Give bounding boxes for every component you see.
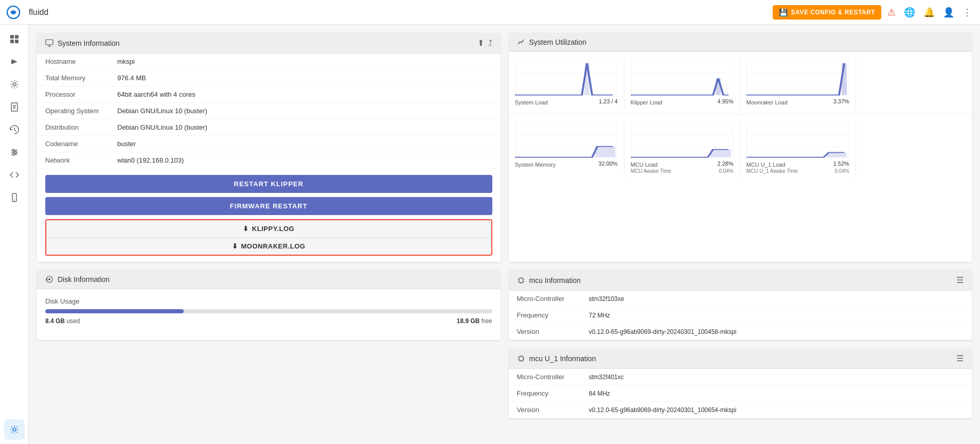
system-utilization-header: System Utilization bbox=[509, 33, 972, 52]
svg-point-15 bbox=[14, 151, 16, 153]
svg-rect-49 bbox=[46, 278, 48, 280]
mcu-u1-info-row: Versionv0.12.0-65-g96ab9069-dirty-202403… bbox=[509, 402, 972, 418]
util-mcu-values: MCU Load 2.28% MCU Awake Time 0.04% bbox=[631, 158, 734, 174]
disk-bar-fill bbox=[45, 309, 184, 313]
svg-rect-26 bbox=[584, 63, 590, 95]
util-cell-system-load: System Load 1.23 / 4 bbox=[509, 56, 625, 110]
system-info-actions: ⬆ ⤴ bbox=[477, 38, 492, 48]
mcu-u1-info-card: mcu U_1 Information ☰ Micro-Controllerst… bbox=[509, 348, 972, 418]
util-row-system-load: System Load 1.23 / 4 bbox=[515, 97, 618, 105]
mcu-info-card: mcu Information ☰ Micro-Controllerstm32f… bbox=[509, 270, 972, 340]
system-info-row: Operating SystemDebian GNU/Linux 10 (bus… bbox=[37, 103, 501, 119]
disk-free: 18.9 GB free bbox=[457, 317, 492, 325]
mcu-u1-info-title: mcu U_1 Information bbox=[529, 354, 596, 363]
system-info-row: Total Memory976.4 MB bbox=[37, 70, 501, 86]
util-row-moonraker-load: Moonraker Load 3.37% bbox=[746, 97, 849, 105]
notifications-button[interactable]: 🔔 bbox=[921, 5, 937, 20]
svg-rect-3 bbox=[10, 40, 14, 43]
util-cell-empty2 bbox=[856, 118, 972, 178]
svg-rect-2 bbox=[15, 35, 19, 39]
mcu-info-row: Frequency72 MHz bbox=[509, 307, 972, 324]
disk-used: 8.4 GB used bbox=[45, 317, 80, 325]
sidebar-item-history[interactable] bbox=[4, 119, 25, 140]
sidebar-item-mobile[interactable] bbox=[4, 187, 25, 208]
sidebar-item-dashboard[interactable] bbox=[4, 29, 25, 49]
mcu-info-title: mcu Information bbox=[529, 276, 581, 285]
topnav: fluidd 💾 SAVE CONFIG & RESTART ⚠ 🌐 🔔 👤 ⋮ bbox=[0, 0, 980, 25]
sidebar-item-tune[interactable] bbox=[4, 142, 25, 163]
svg-rect-34 bbox=[842, 63, 847, 95]
usb-icon-btn[interactable]: ⬆ bbox=[477, 38, 484, 48]
util-chart-system-memory bbox=[515, 122, 618, 158]
export-icon-btn[interactable]: ⤴ bbox=[488, 38, 492, 48]
util-cell-system-memory: System Memory 32.00% bbox=[509, 118, 625, 178]
sidebar-item-console[interactable] bbox=[4, 51, 25, 72]
mcu-menu-button[interactable]: ☰ bbox=[956, 275, 964, 285]
svg-point-19 bbox=[13, 428, 16, 431]
util-chart-mcu-u1-load bbox=[746, 122, 849, 158]
system-info-row: Processor64bit aarch64 with 4 cores bbox=[37, 86, 501, 103]
mcu-info-row: Versionv0.12.0-65-g96ab9069-dirty-202403… bbox=[509, 324, 972, 340]
disk-sizes: 8.4 GB used 18.9 GB free bbox=[45, 317, 492, 325]
account-button[interactable]: 👤 bbox=[941, 5, 956, 20]
disk-bar-track bbox=[45, 309, 492, 313]
chip-icon-2 bbox=[517, 354, 525, 363]
mcu-u1-info-row: Frequency84 MHz bbox=[509, 385, 972, 402]
app-title: fluidd bbox=[29, 8, 769, 17]
moonraker-log-button[interactable]: ⬇ MOONRAKER.LOG bbox=[46, 238, 491, 255]
system-info-title: System Information bbox=[58, 39, 120, 47]
mcu-u1-info-title-area: mcu U_1 Information bbox=[517, 354, 596, 363]
mcu-u1-info-row: Micro-Controllerstm32f401xc bbox=[509, 369, 972, 385]
svg-point-14 bbox=[12, 149, 14, 151]
svg-rect-31 bbox=[746, 60, 849, 96]
util-row-system-memory: System Memory 32.00% bbox=[515, 159, 618, 168]
system-info-title-area: System Information bbox=[45, 39, 120, 47]
util-chart-klipper-load bbox=[631, 60, 734, 96]
klippy-log-button[interactable]: ⬇ KLIPPY.LOG bbox=[46, 220, 491, 238]
more-menu-button[interactable]: ⋮ bbox=[960, 5, 974, 20]
main-content: System Information ⬆ ⤴ HostnamemkspiTota… bbox=[29, 25, 980, 444]
system-info-row: Codenamebuster bbox=[37, 136, 501, 152]
chart-icon bbox=[517, 38, 525, 46]
sidebar-item-gear[interactable] bbox=[4, 74, 25, 95]
svg-rect-42 bbox=[710, 150, 731, 157]
sidebar-item-code[interactable] bbox=[4, 165, 25, 185]
disk-info-title-area: Disk Information bbox=[45, 275, 110, 283]
system-utilization-title-area: System Utilization bbox=[517, 38, 586, 46]
util-mcu-u1-values: MCU U_1 Load 1.52% MCU U_1 Awake Time 0.… bbox=[746, 158, 849, 174]
app-body: System Information ⬆ ⤴ HostnamemkspiTota… bbox=[0, 25, 980, 444]
system-info-table: HostnamemkspiTotal Memory976.4 MBProcess… bbox=[37, 54, 501, 169]
sidebar bbox=[0, 25, 29, 444]
save-config-button[interactable]: 💾 SAVE CONFIG & RESTART bbox=[773, 5, 881, 20]
disk-info-header: Disk Information bbox=[37, 270, 501, 289]
sidebar-item-files[interactable] bbox=[4, 97, 25, 117]
util-cell-empty1 bbox=[856, 56, 972, 110]
disk-info-title: Disk Information bbox=[58, 275, 110, 283]
chip-icon bbox=[517, 276, 525, 285]
svg-rect-1 bbox=[10, 35, 14, 39]
system-info-header: System Information ⬆ ⤴ bbox=[37, 33, 501, 54]
mcu-info-table: Micro-Controllerstm32f103xeFrequency72 M… bbox=[509, 291, 972, 340]
mcu-u1-info-header: mcu U_1 Information ☰ bbox=[509, 348, 972, 369]
mcu-u1-info-table: Micro-Controllerstm32f401xcFrequency84 M… bbox=[509, 369, 972, 418]
svg-marker-5 bbox=[11, 59, 17, 64]
log-buttons-group: ⬇ KLIPPY.LOG ⬇ MOONRAKER.LOG bbox=[45, 219, 492, 256]
firmware-restart-button[interactable]: FIRMWARE RESTART bbox=[45, 197, 492, 215]
util-cell-mcu-u1-load: MCU U_1 Load 1.52% MCU U_1 Awake Time 0.… bbox=[740, 118, 856, 178]
util-chart-moonraker-load bbox=[746, 60, 849, 96]
mcu-u1-menu-button[interactable]: ☰ bbox=[956, 353, 964, 363]
svg-rect-50 bbox=[519, 278, 523, 282]
topnav-actions: 💾 SAVE CONFIG & RESTART ⚠ 🌐 🔔 👤 ⋮ bbox=[773, 5, 974, 20]
svg-rect-23 bbox=[515, 60, 618, 96]
disk-icon bbox=[45, 275, 54, 283]
restart-klipper-button[interactable]: RESTART KLIPPER bbox=[45, 175, 492, 193]
warning-button[interactable]: ⚠ bbox=[885, 5, 898, 20]
system-utilization-title: System Utilization bbox=[529, 38, 586, 46]
system-info-card: System Information ⬆ ⤴ HostnamemkspiTota… bbox=[37, 33, 501, 262]
util-row-klipper-load: Klipper Load 4.95% bbox=[631, 97, 734, 105]
svg-point-6 bbox=[13, 83, 16, 86]
sidebar-item-settings[interactable] bbox=[4, 419, 25, 440]
network-button[interactable]: 🌐 bbox=[902, 5, 917, 20]
mcu-u1-info-body: Micro-Controllerstm32f401xcFrequency84 M… bbox=[509, 369, 972, 418]
util-grid-row1: System Load 1.23 / 4 bbox=[509, 52, 972, 114]
